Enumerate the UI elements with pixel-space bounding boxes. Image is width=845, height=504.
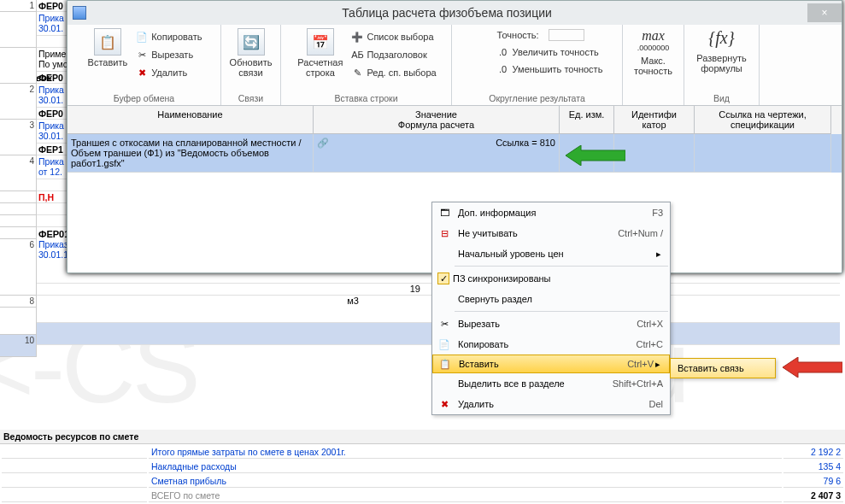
subheader-button[interactable]: АБПодзаголовок [348, 46, 439, 63]
menu-price-level[interactable]: Начальный уровень цен▸ [432, 243, 670, 264]
paste-icon: 📋 [435, 359, 455, 370]
refresh-icon: 🔄 [238, 28, 265, 56]
col-name[interactable]: Наименование [67, 106, 314, 134]
link-icon: 🔗 [317, 138, 329, 149]
calc-row-icon: 📅 [307, 28, 334, 56]
increase-precision-button: .0Увеличить точность [494, 44, 602, 61]
sum-line: Накладные расходы [149, 460, 782, 473]
fx-icon: {fx} [708, 28, 734, 48]
bg-code: ФЕР0 [38, 1, 63, 11]
paste-icon: 📋 [94, 28, 121, 56]
svg-marker-1 [783, 357, 842, 378]
col-link[interactable]: Ссылка на чертежи, спецификации [695, 106, 831, 134]
max-icon: max [642, 28, 665, 44]
subheader-icon: АБ [351, 49, 363, 61]
delete-icon: ✖ [434, 399, 455, 410]
menu-delete[interactable]: ✖УдалитьDel [432, 394, 670, 414]
menu-dop-info[interactable]: 🗔Доп. информацияF3 [432, 202, 670, 223]
col-id[interactable]: Идентифи катор [614, 106, 695, 134]
copy-icon: 📄 [136, 31, 148, 43]
col-unit[interactable]: Ед. изм. [560, 106, 614, 134]
row-number: 1 [0, 0, 37, 12]
group-label: Округление результата [452, 93, 622, 103]
copy-button[interactable]: 📄Копировать [132, 28, 205, 45]
minus-icon: ⊟ [434, 228, 455, 239]
max-precision-button: max .0000000 Макс. точность [629, 26, 678, 78]
context-menu[interactable]: 🗔Доп. информацияF3 ⊟Не учитыватьCtrl+Num… [431, 202, 671, 415]
menu-pz-sync[interactable]: ✓ПЗ синхронизированы [432, 268, 670, 289]
menu-select-all[interactable]: Выделить все в разделеShift+Ctrl+A [432, 373, 670, 394]
increase-icon: .0 [497, 46, 509, 58]
group-label: Вид [684, 93, 759, 103]
decrease-icon: .0 [497, 63, 509, 75]
menu-paste[interactable]: 📋ВставитьCtrl+V▸ [432, 355, 670, 373]
group-label: Вставка строки [281, 93, 451, 103]
table-row-selected[interactable]: Траншея с откосами на спланированной мес… [67, 134, 842, 173]
cut-button[interactable]: ✂Вырезать [132, 46, 205, 63]
row-number: 6 [0, 239, 37, 296]
menu-collapse[interactable]: Свернуть раздел [432, 289, 670, 309]
sum-line: Сметная прибыль [149, 475, 782, 488]
resources-section-title: Ведомость ресурсов по смете [0, 430, 845, 444]
row-number: 8 [0, 296, 37, 308]
cut-icon: ✂ [136, 49, 148, 61]
checked-icon: ✓ [437, 273, 449, 284]
edit-icon: ✎ [351, 67, 363, 79]
info-icon: 🗔 [434, 208, 455, 218]
selection-list-button[interactable]: ➕Список выбора [348, 28, 439, 45]
cut-icon: ✂ [434, 319, 455, 330]
edit-selection-button[interactable]: ✎Ред. сп. выбора [348, 64, 439, 81]
precision-label: Точность: [494, 26, 588, 44]
calc-row-button[interactable]: 📅 Расчетная строка [292, 26, 348, 79]
sum-line: Итого прямые затраты по смете в ценах 20… [149, 446, 782, 459]
cell-id [614, 134, 695, 173]
bg-code: ФЕР0 [38, 108, 63, 119]
cell-name: Траншея с откосами на спланированной мес… [67, 134, 314, 173]
green-arrow-annotation [566, 145, 625, 167]
cell-link [695, 134, 831, 173]
row-number: 4 [0, 155, 37, 191]
bg-code: ФЕР1 [38, 144, 63, 155]
row-number: 3 [0, 120, 37, 155]
delete-button[interactable]: ✖Удалить [132, 64, 205, 81]
window-title: Таблица расчета физобъема позиции [86, 6, 807, 20]
row-number: 10 [0, 335, 37, 357]
group-label: Буфер обмена [67, 93, 220, 103]
menu-ignore[interactable]: ⊟Не учитыватьCtrl+Num / [432, 223, 670, 243]
cell-value: 🔗 Ссылка = 810 [314, 134, 560, 173]
close-button[interactable]: × [807, 3, 842, 22]
group-label: Связи [221, 93, 280, 103]
menu-cut[interactable]: ✂ВырезатьCtrl+X [432, 314, 670, 334]
chevron-right-icon: ▸ [654, 249, 663, 260]
menu-copy[interactable]: 📄КопироватьCtrl+C [432, 334, 670, 355]
expand-formulas-button[interactable]: {fx} Развернуть формулы [691, 26, 751, 75]
submenu-paste-link[interactable]: Вставить связь [670, 358, 776, 378]
bg-code: ФЕР0 [38, 73, 63, 83]
ribbon: 📋 Вставить 📄Копировать ✂Вырезать ✖Удалит… [67, 25, 842, 106]
bg-sub: Прика [38, 13, 64, 23]
delete-icon: ✖ [136, 67, 148, 79]
chevron-right-icon: ▸ [654, 359, 662, 370]
sum-total: ВСЕГО по смете [149, 489, 782, 502]
red-arrow-annotation [783, 357, 842, 379]
row-number: 2 [0, 84, 37, 120]
bg-note: Приме [38, 49, 66, 59]
titlebar[interactable]: Таблица расчета физобъема позиции × [67, 1, 842, 25]
list-plus-icon: ➕ [351, 31, 363, 43]
submenu-label: Вставить связь [678, 363, 744, 373]
update-links-button[interactable]: 🔄 Обновить связи [225, 26, 278, 79]
decrease-precision-button: .0Уменьшить точность [494, 61, 607, 78]
row9-unit: м3 [327, 296, 378, 306]
svg-marker-0 [566, 145, 625, 166]
app-icon [73, 6, 86, 20]
col-value[interactable]: Значение Формула расчета [314, 106, 560, 134]
copy-icon: 📄 [434, 339, 455, 350]
row8-q: 19 [37, 284, 420, 294]
paste-button[interactable]: 📋 Вставить [83, 26, 133, 69]
